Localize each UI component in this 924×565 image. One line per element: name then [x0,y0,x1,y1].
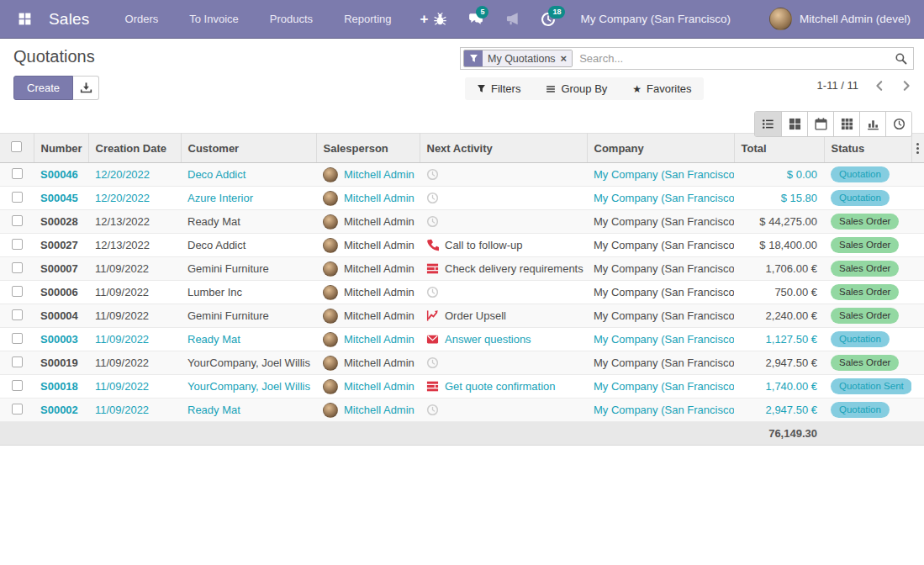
view-pivot-icon[interactable] [833,112,859,136]
search-icon[interactable] [888,52,913,65]
quotation-number[interactable]: S00004 [40,309,78,322]
company-link[interactable]: My Company (San Francisco) [594,380,734,393]
create-button[interactable]: Create [13,76,73,100]
salesperson-link[interactable]: Mitchell Admin [344,356,414,369]
header-number[interactable]: Number [34,134,88,163]
salesperson-link[interactable]: Mitchell Admin [344,404,414,416]
row-checkbox[interactable] [12,404,23,415]
tasks-activity-icon[interactable] [426,262,439,275]
salesperson-link[interactable]: Mitchell Admin [344,239,414,251]
company-link[interactable]: My Company (San Francisco) [594,356,734,369]
salesperson-link[interactable]: Mitchell Admin [344,262,414,275]
customer-link[interactable]: Gemini Furniture [187,309,269,322]
more-menu-icon[interactable]: + [420,11,429,28]
customer-link[interactable]: Azure Interior [187,192,253,204]
quotation-number[interactable]: S00045 [40,192,78,204]
megaphone-icon[interactable] [504,11,520,28]
filters-button[interactable]: Filters [477,82,520,95]
company-link[interactable]: My Company (San Francisco) [594,262,734,275]
row-checkbox[interactable] [12,286,23,297]
salesperson-link[interactable]: Mitchell Admin [344,168,414,181]
company-link[interactable]: My Company (San Francisco) [594,286,734,298]
menu-orders[interactable]: Orders [125,13,159,25]
menu-to-invoice[interactable]: To Invoice [189,13,239,25]
view-kanban-icon[interactable] [781,112,807,136]
table-row[interactable]: S00007 11/09/2022 Gemini Furniture Mitch… [0,257,924,281]
header-creation-date[interactable]: Creation Date [88,134,181,163]
customer-link[interactable]: Deco Addict [187,168,246,181]
customer-link[interactable]: YourCompany, Joel Willis [187,380,310,393]
export-button[interactable] [73,76,99,100]
table-row[interactable]: S00045 12/20/2022 Azure Interior Mitchel… [0,187,924,210]
customer-link[interactable]: Deco Addict [187,239,246,251]
header-salesperson[interactable]: Salesperson [316,134,420,163]
chart-activity-icon[interactable] [426,309,439,322]
table-row[interactable]: S00018 11/09/2022 YourCompany, Joel Will… [0,375,924,399]
envelope-activity-icon[interactable] [426,333,439,346]
row-checkbox[interactable] [12,380,23,391]
quotation-number[interactable]: S00027 [40,239,78,251]
optional-columns-icon[interactable] [911,134,924,163]
clock-empty-activity-icon[interactable] [426,286,439,298]
view-calendar-icon[interactable] [807,112,833,136]
bug-icon[interactable] [431,11,448,28]
facet-remove-icon[interactable]: × [561,52,568,65]
header-status[interactable]: Status [824,134,911,163]
company-link[interactable]: My Company (San Francisco) [594,192,734,204]
salesperson-link[interactable]: Mitchell Admin [344,192,414,204]
table-row[interactable]: S00028 12/13/2022 Ready Mat Mitchell Adm… [0,210,924,234]
header-next-activity[interactable]: Next Activity [420,134,587,163]
salesperson-link[interactable]: Mitchell Admin [344,333,414,346]
header-total[interactable]: Total [734,134,824,163]
clock-empty-activity-icon[interactable] [426,356,439,369]
table-row[interactable]: S00006 11/09/2022 Lumber Inc Mitchell Ad… [0,281,924,304]
quotation-number[interactable]: S00019 [40,356,78,369]
favorites-button[interactable]: ★Favorites [632,82,691,95]
customer-link[interactable]: YourCompany, Joel Willis [187,356,310,369]
customer-link[interactable]: Ready Mat [187,215,240,228]
row-checkbox[interactable] [12,239,23,250]
user-menu[interactable]: Mitchell Admin (devel) [769,8,911,30]
pager-range[interactable]: 1-11 / 11 [817,79,858,92]
table-row[interactable]: S00003 11/09/2022 Ready Mat Mitchell Adm… [0,328,924,351]
tasks-activity-icon[interactable] [426,380,439,393]
company-link[interactable]: My Company (San Francisco) [594,215,734,228]
view-list-icon[interactable] [755,112,781,136]
menu-reporting[interactable]: Reporting [344,13,391,25]
quotation-number[interactable]: S00018 [40,380,78,393]
table-row[interactable]: S00004 11/09/2022 Gemini Furniture Mitch… [0,304,924,328]
customer-link[interactable]: Lumber Inc [187,286,242,298]
clock-empty-activity-icon[interactable] [426,215,439,228]
pager-previous-icon[interactable] [874,80,885,92]
row-checkbox[interactable] [12,192,23,203]
quotation-number[interactable]: S00006 [40,286,78,298]
quotation-number[interactable]: S00002 [40,404,78,416]
salesperson-link[interactable]: Mitchell Admin [344,380,414,393]
quotation-number[interactable]: S00007 [40,262,78,275]
pager-next-icon[interactable] [900,80,912,92]
select-all-checkbox[interactable] [0,134,34,163]
company-link[interactable]: My Company (San Francisco) [594,333,734,346]
table-row[interactable]: S00027 12/13/2022 Deco Addict Mitchell A… [0,234,924,257]
view-activity-icon[interactable] [885,112,911,136]
customer-link[interactable]: Ready Mat [187,333,240,346]
row-checkbox[interactable] [12,168,23,179]
salesperson-link[interactable]: Mitchell Admin [344,286,414,298]
header-customer[interactable]: Customer [181,134,316,163]
company-link[interactable]: My Company (San Francisco) [594,168,734,181]
customer-link[interactable]: Ready Mat [187,404,240,416]
customer-link[interactable]: Gemini Furniture [187,262,269,275]
app-name[interactable]: Sales [49,10,90,29]
company-link[interactable]: My Company (San Francisco) [594,404,734,416]
clock-empty-activity-icon[interactable] [426,192,439,204]
quotation-number[interactable]: S00028 [40,215,78,228]
search-input[interactable] [573,52,888,65]
row-checkbox[interactable] [12,262,23,273]
phone-activity-icon[interactable] [426,239,439,251]
clock-empty-activity-icon[interactable] [426,404,439,416]
group-by-button[interactable]: Group By [546,82,607,95]
header-company[interactable]: Company [587,134,734,163]
table-row[interactable]: S00046 12/20/2022 Deco Addict Mitchell A… [0,163,924,187]
messages-icon[interactable]: 5 [467,11,484,28]
table-row[interactable]: S00002 11/09/2022 Ready Mat Mitchell Adm… [0,399,924,422]
